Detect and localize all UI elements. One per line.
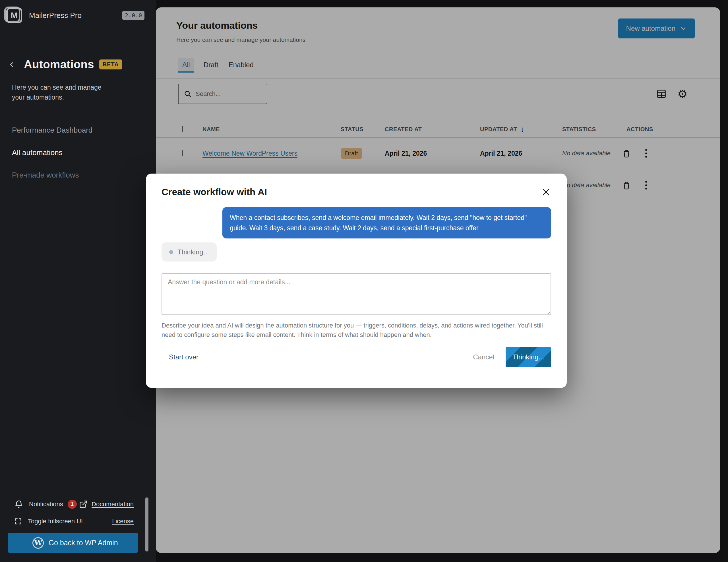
modal-title: Create workflow with AI bbox=[162, 187, 267, 197]
sidebar-scrollbar-thumb[interactable] bbox=[145, 497, 148, 551]
app-name: MailerPress Pro bbox=[29, 11, 82, 20]
documentation-link[interactable]: Documentation bbox=[92, 501, 134, 508]
sidebar-footer-row-2: Toggle fullscreen UI License bbox=[14, 517, 134, 525]
mailerpress-logo-icon: M bbox=[6, 7, 22, 23]
sidebar-item-performance-dashboard[interactable]: Performance Dashboard bbox=[0, 119, 156, 141]
sidebar-footer-row-1: Notifications 1 Documentation bbox=[14, 500, 134, 509]
go-back-wp-admin-button[interactable]: W Go back to WP Admin bbox=[8, 533, 138, 553]
license-link[interactable]: License bbox=[112, 518, 134, 525]
user-message-bubble: When a contact subscribes, send a welcom… bbox=[222, 207, 551, 238]
sidebar-subtitle: Here you can see and manage your automat… bbox=[12, 82, 114, 102]
sidebar-item-all-automations[interactable]: All automations bbox=[0, 141, 156, 164]
ai-thinking-bubble: Thinking... bbox=[162, 242, 217, 261]
notifications-label[interactable]: Notifications bbox=[29, 501, 63, 508]
sidebar-title: Automations bbox=[24, 58, 94, 71]
toggle-fullscreen-label[interactable]: Toggle fullscreen UI bbox=[28, 518, 83, 525]
external-link-icon bbox=[79, 500, 88, 509]
version-badge: 2.0.0 bbox=[122, 11, 144, 20]
create-workflow-ai-modal: Create workflow with AI When a contact s… bbox=[146, 173, 567, 388]
ai-prompt-textarea[interactable] bbox=[162, 273, 551, 315]
beta-badge: BETA bbox=[99, 59, 122, 69]
start-over-button[interactable]: Start over bbox=[162, 353, 198, 361]
sidebar-menu: Performance Dashboard All automations Pr… bbox=[0, 119, 156, 186]
submit-thinking-button[interactable]: Thinking... bbox=[506, 347, 551, 367]
app-logo-row: M MailerPress Pro 2.0.0 bbox=[6, 7, 144, 23]
bell-icon[interactable] bbox=[14, 500, 23, 509]
wordpress-logo-icon: W bbox=[32, 537, 44, 549]
sidebar-item-premade-workflows[interactable]: Pre-made workflows bbox=[0, 164, 156, 186]
close-icon[interactable] bbox=[541, 187, 551, 197]
ai-thinking-label: Thinking... bbox=[177, 248, 209, 256]
modal-helper-text: Describe your idea and AI will design th… bbox=[162, 321, 551, 340]
notifications-count-badge: 1 bbox=[68, 500, 77, 509]
fullscreen-icon[interactable] bbox=[14, 517, 22, 525]
status-dot-icon bbox=[169, 250, 173, 254]
logo-m-letter: M bbox=[6, 7, 22, 23]
sidebar: M MailerPress Pro 2.0.0 Automations BETA… bbox=[0, 0, 156, 562]
chevron-left-icon[interactable] bbox=[9, 61, 15, 68]
sidebar-heading: Automations BETA bbox=[9, 58, 147, 71]
cancel-button[interactable]: Cancel bbox=[473, 353, 494, 361]
wp-admin-button-label: Go back to WP Admin bbox=[48, 539, 118, 547]
